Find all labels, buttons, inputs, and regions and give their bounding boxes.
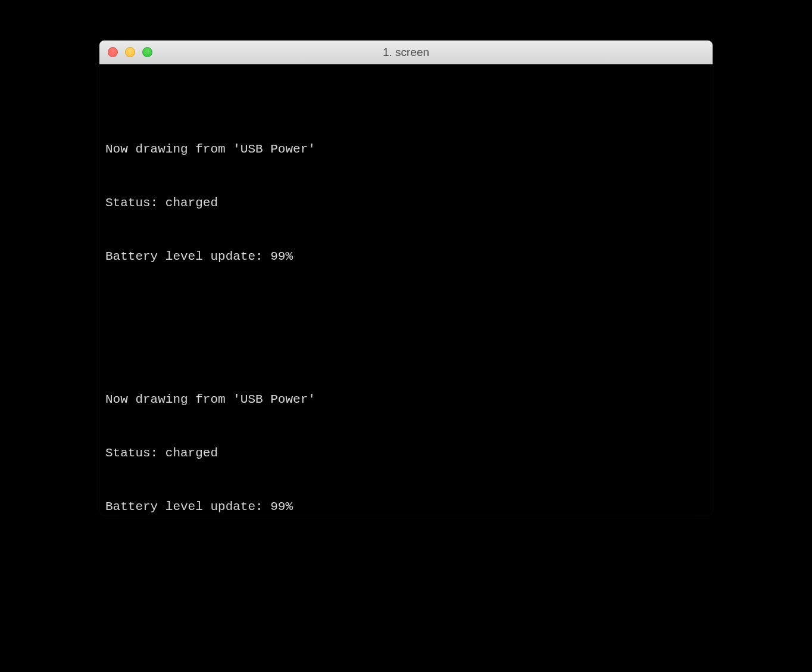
output-line: Status: charged [105, 444, 707, 462]
titlebar[interactable]: 1. screen [99, 41, 713, 64]
terminal-window: 1. screen Now drawing from 'USB Power' S… [99, 41, 713, 515]
output-line: Battery level update: 99% [105, 498, 707, 515]
terminal-body[interactable]: Now drawing from 'USB Power' Status: cha… [99, 64, 713, 515]
output-line: Battery level update: 99% [105, 248, 707, 266]
window-title: 1. screen [99, 46, 713, 59]
zoom-button[interactable] [142, 47, 152, 57]
close-button[interactable] [108, 47, 118, 57]
minimize-button[interactable] [125, 47, 135, 57]
output-block: Now drawing from 'USB Power' Status: cha… [105, 105, 707, 301]
output-line: Status: charged [105, 194, 707, 212]
output-block: Now drawing from 'USB Power' Status: cha… [105, 355, 707, 515]
output-line: Now drawing from 'USB Power' [105, 391, 707, 409]
traffic-lights [99, 47, 152, 57]
output-line: Now drawing from 'USB Power' [105, 141, 707, 158]
